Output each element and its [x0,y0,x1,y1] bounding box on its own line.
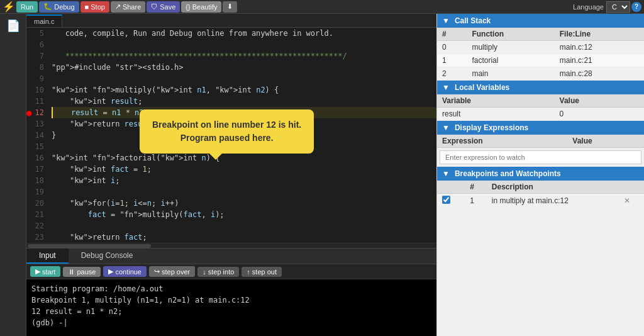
console-area[interactable]: Starting program: /home/a.outBreakpoint … [26,279,436,336]
bp-col-del [619,181,644,194]
expr-input[interactable] [440,151,641,164]
code-line-5: code, compile, Run and Debug online from… [52,28,436,39]
language-label: Language [573,3,604,11]
braces-icon: {} [186,3,190,11]
bp-num: 1 [465,194,487,208]
language-selector-wrap: Language C [573,1,630,13]
right-panel: ▼ Call Stack # Function File:Line 0multi… [436,14,644,336]
call-stack-header[interactable]: ▼ Call Stack [437,14,644,28]
save-button[interactable]: ⛉ Save [147,1,180,13]
cs-num: 1 [437,54,467,67]
debug-step-out-button[interactable]: ↑ step out [242,267,282,277]
file-tab-label: main.c [34,18,54,25]
console-line: Breakpoint 1, multiply (n1=1, n2=1) at m… [31,294,431,306]
continue-icon: ▶ [108,267,113,276]
code-line-6 [52,39,436,50]
call-stack-row[interactable]: 2mainmain.c:28 [437,67,644,81]
expr-input-wrap [440,150,641,164]
lv-col-val: Value [555,94,644,108]
debug-button[interactable]: 🐛 Debug [39,1,79,13]
horizontal-scrollbar[interactable] [26,243,436,248]
de-col-expr: Expression [437,135,567,148]
cs-col-num: # [437,28,467,41]
local-vars-header[interactable]: ▼ Local Variables [437,81,644,94]
cs-fn: multiply [467,41,554,54]
main-layout: 📄 main.c 56789101112●1314151617181920212… [0,14,644,336]
display-expr-header[interactable]: ▼ Display Expressions [437,121,644,135]
local-vars-title: Local Variables [455,83,509,92]
breakpoints-header[interactable]: ▼ Breakpoints and Watchpoints [437,167,644,181]
breakpoints-title: Breakpoints and Watchpoints [455,169,561,178]
debug-step-over-button[interactable]: ↪ step over [149,266,195,277]
de-col-val: Value [567,135,644,148]
pause-icon: ⏸ [68,268,75,276]
step-into-icon: ↓ [203,268,206,276]
beautify-button[interactable]: {} Beautify [181,1,221,13]
toolbar: ⚡ Run 🐛 Debug ■ Stop ↗ Share ⛉ Save {} B… [0,0,644,14]
stop-button[interactable]: ■ Stop [80,1,109,13]
cs-col-file: File:Line [555,28,644,41]
lv-val: 0 [555,108,644,121]
debug-start-button[interactable]: ▶ start [30,266,60,277]
call-stack-row[interactable]: 1factorialmain.c:21 [437,54,644,67]
debug-pause-button[interactable]: ⏸ pause [63,267,101,277]
bp-col-num: # [465,181,487,194]
stop-icon: ■ [85,3,89,11]
run-button[interactable]: Run [16,1,38,13]
bottom-tabs: Input Debug Console [26,248,436,264]
breakpoint-row: 1 in multiply at main.c:12 ✕ [437,194,644,208]
share-icon: ↗ [115,3,121,11]
download-button[interactable]: ⬇ [223,1,237,13]
play-icon: ▶ [35,267,40,276]
tab-debug-console[interactable]: Debug Console [69,249,146,264]
step-over-icon: ↪ [154,267,160,276]
console-line: Starting program: /home/a.out [31,283,431,294]
bug-icon: 🐛 [43,3,52,11]
file-tabs: main.c [26,14,436,28]
bp-checkbox-cell[interactable] [437,194,465,208]
tab-input[interactable]: Input [26,249,69,264]
cs-file: main.c:28 [555,67,644,81]
bp-col-check [437,181,465,194]
help-button[interactable]: ? [631,2,641,12]
breakpoints-collapse-icon: ▼ [442,169,450,178]
bp-delete-button[interactable]: ✕ [624,196,630,205]
cs-fn: factorial [467,54,554,67]
console-line: 12 result = n1 * n2; [31,306,431,317]
callout-line2: Program paused here. [152,132,301,145]
code-editor[interactable]: 56789101112●1314151617181920212223242526… [26,28,436,243]
code-line-19 [52,186,436,198]
call-stack-title: Call Stack [455,16,491,25]
lightning-icon: ⚡ [3,1,15,13]
share-button[interactable]: ↗ Share [111,1,145,13]
bottom-panel: Input Debug Console ▶ start ⏸ pause ▶ co… [26,248,436,336]
code-line-18: "kw">int i; [52,175,436,186]
lv-col-var: Variable [437,94,555,108]
cs-file: main.c:12 [555,41,644,54]
debug-step-into-button[interactable]: ↓ step into [197,267,239,277]
debug-controls: ▶ start ⏸ pause ▶ continue ↪ step over ↓ [26,264,436,279]
code-line-16: "kw">int "fn">factorial("kw">int n) { [52,152,436,164]
display-expr-collapse-icon: ▼ [442,123,450,132]
file-tab-main-c[interactable]: main.c [26,14,62,27]
language-select[interactable]: C [606,1,630,13]
local-var-row: result0 [437,108,644,121]
download-icon: ⬇ [227,3,233,11]
cs-num: 2 [437,67,467,81]
center-panel: main.c 56789101112●131415161718192021222… [26,14,436,336]
console-line: (gdb) -| [31,317,431,328]
code-line-23: "kw">return fact; [52,232,436,243]
call-stack-row[interactable]: 0multiplymain.c:12 [437,41,644,54]
cs-num: 0 [437,41,467,54]
callout-line1: Breakpoint on line number 12 is hit. [152,118,301,132]
bp-del-cell[interactable]: ✕ [619,194,644,208]
step-out-icon: ↑ [247,268,250,276]
bp-checkbox[interactable] [442,196,450,204]
local-vars-table: Variable Value result0 [437,94,644,121]
file-icon[interactable]: 📄 [4,16,23,35]
debug-continue-button[interactable]: ▶ continue [103,266,147,277]
code-line-20: "kw">for(i=1; i<=n; i++) [52,198,436,209]
code-line-22 [52,220,436,232]
bp-col-desc: Description [487,181,619,194]
code-line-17: "kw">int fact = 1; [52,164,436,175]
